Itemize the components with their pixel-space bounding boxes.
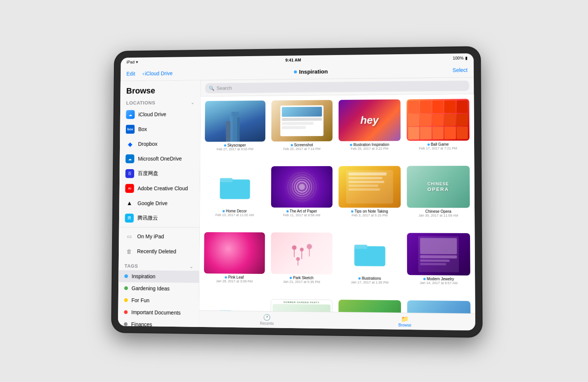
pinkleaf-date: Jan 28, 2017 at 3:09 PM [216, 279, 253, 283]
sidebar-item-gdrive[interactable]: ▲ Google Drive [119, 196, 200, 211]
file-illustrations[interactable]: Illustrations Jan 17, 2017 at 1:35 PM [338, 233, 401, 294]
important-dot [124, 310, 128, 314]
deleted-label: Recently Deleted [137, 248, 176, 254]
tag-gardening[interactable]: Gardening Ideas [118, 282, 199, 295]
file-whitstone[interactable]: Whitstone Farm Whitstone Farm [338, 299, 401, 313]
thumb-screenshot [271, 100, 333, 141]
ballgame-date: Feb 17, 2017 at 7:21 PM [419, 147, 457, 150]
file-pinkleaf[interactable]: Pink Leaf Jan 28, 2017 at 3:09 PM [204, 232, 265, 293]
ballgame-name: Ball Game [427, 142, 449, 147]
onedrive-label: Microsoft OneDrive [138, 156, 182, 162]
homedecor-date: Feb 13, 2017 at 11:02 AM [215, 213, 254, 217]
modernjewelry-dot [423, 278, 426, 280]
thumb-parksketch [271, 232, 333, 275]
file-chineseopera[interactable]: CHINESE OPERA Chinese Opera Jan 30, 2017… [407, 166, 470, 227]
sidebar-item-ipad[interactable]: ▭ On My iPad [119, 229, 199, 244]
thumb-tipsnotes [338, 166, 401, 208]
select-button[interactable]: Select [453, 67, 468, 73]
sidebar-item-adobe[interactable]: Ai Adobe Creative Cloud [119, 181, 200, 196]
thumb-skyscraper [205, 101, 265, 142]
file-modernjewelry[interactable]: Modern Jewelry Jan 14, 2017 at 9:57 AM [407, 233, 470, 295]
thumb-extra [407, 300, 470, 313]
baidu-label: 百度网盘 [138, 170, 158, 177]
pinkleaf-name: Pink Leaf [225, 275, 243, 279]
tencent-icon: 腾 [125, 214, 133, 223]
illustrations-name: Illustrations [358, 276, 381, 281]
inspiration-dot [124, 274, 128, 278]
finances-dot [124, 322, 128, 326]
search-input[interactable]: Search [217, 85, 232, 91]
tab-browse[interactable]: 📁 Browse [335, 315, 475, 328]
icloud-icon: ☁ [126, 110, 135, 119]
file-ballgame[interactable]: Ball Game Feb 17, 2017 at 7:21 PM [407, 99, 470, 160]
svg-point-12 [292, 245, 296, 250]
locations-chevron-icon[interactable]: ⌄ [191, 100, 194, 105]
back-button[interactable]: ‹ iCloud Drive [142, 70, 173, 76]
svg-rect-20 [354, 246, 385, 266]
skyscraper-date: Feb 27, 2017 at 9:03 PM [217, 147, 254, 151]
tag-inspiration[interactable]: Inspiration [118, 270, 199, 283]
screenshot-date: Feb 25, 2017 at 7:14 PM [283, 147, 320, 151]
dropbox-icon: ◆ [126, 139, 134, 148]
search-input-wrap[interactable]: 🔍 Search [205, 81, 469, 93]
tag-forfun[interactable]: For Fun [118, 294, 199, 307]
recents-icon: 🕐 [263, 314, 271, 321]
browse-title: Browse [120, 80, 200, 99]
main-content: Browse Locations ⌄ ☁ iCloud Drive box Bo… [118, 78, 475, 330]
box-label: Box [138, 126, 147, 132]
gardening-dot [124, 286, 128, 290]
file-parksketch[interactable]: Park Sketch Jan 21, 2017 at 5:35 PM [271, 232, 332, 293]
svg-point-16 [306, 244, 312, 249]
parksketch-date: Jan 21, 2017 at 5:35 PM [283, 280, 320, 284]
onedrive-icon: ☁ [126, 154, 134, 163]
file-extra[interactable] [407, 300, 471, 313]
illustration-dot [350, 144, 352, 146]
tipsnotes-dot [351, 210, 354, 212]
wifi-icon: ▾ [136, 60, 138, 64]
sidebar-item-baidu[interactable]: 百 百度网盘 [119, 166, 200, 181]
tags-label: Tags [124, 263, 138, 269]
tab-bar: 🕐 Recents 📁 Browse [199, 310, 475, 330]
tipsnotes-name: Tips on Note Taking [351, 209, 388, 213]
battery-icon: ▮ [465, 55, 467, 60]
file-artofpaper[interactable]: The Art of Paper Feb 11, 2017 at 9:58 AM [271, 166, 332, 227]
search-icon: 🔍 [209, 86, 214, 91]
battery-label: 100% [453, 56, 464, 60]
sidebar-item-deleted[interactable]: 🗑 Recently Deleted [119, 244, 199, 259]
right-panel: 🔍 Search Skyscraper [199, 78, 475, 330]
tipsnotes-date: Feb 3, 2017 at 5:15 PM [352, 213, 387, 217]
file-skyscraper[interactable]: Skyscraper Feb 27, 2017 at 9:03 PM [205, 101, 265, 160]
homedecor-dot [222, 210, 225, 212]
tag-finances[interactable]: Finances [118, 318, 199, 327]
tags-chevron-icon[interactable]: ⌄ [190, 264, 193, 269]
sidebar-item-icloud[interactable]: ☁ iCloud Drive [120, 107, 201, 122]
skyscraper-name: Skyscraper [224, 143, 246, 147]
thumb-chineseopera: CHINESE OPERA [407, 166, 470, 208]
tag-important[interactable]: Important Documents [118, 306, 199, 319]
browse-icon: 📁 [401, 315, 409, 323]
ipad-icon: ▭ [125, 232, 134, 241]
thumb-homedecor [204, 166, 265, 208]
file-homedecor[interactable]: Home Decor Feb 13, 2017 at 11:02 AM [204, 166, 265, 226]
locations-label: Locations [126, 100, 155, 105]
ipad-screen: iPad ▾ 9:41 AM 100% ▮ Edit ‹ iCloud Driv… [118, 53, 475, 331]
svg-point-18 [296, 257, 300, 261]
ipad-device: iPad ▾ 9:41 AM 100% ▮ Edit ‹ iCloud Driv… [111, 46, 482, 338]
gdrive-icon: ▲ [125, 199, 134, 208]
illustrations-date: Jan 17, 2017 at 1:35 PM [351, 280, 389, 284]
sidebar-divider [119, 227, 199, 228]
tab-recents[interactable]: 🕐 Recents [199, 313, 335, 327]
sidebar-item-onedrive[interactable]: ☁ Microsoft OneDrive [119, 151, 200, 166]
sidebar-item-tencent[interactable]: 腾 腾讯微云 [119, 211, 200, 226]
edit-button[interactable]: Edit [126, 70, 135, 76]
thumb-illustration: hey [338, 99, 401, 141]
file-screenshot[interactable]: Screenshot Feb 25, 2017 at 7:14 PM [271, 100, 333, 160]
file-illustration[interactable]: hey Illustration Inspiration Feb 25, 201… [338, 99, 401, 160]
forfun-dot [124, 298, 128, 302]
sidebar-item-dropbox[interactable]: ◆ Dropbox [120, 136, 200, 151]
thumb-whitstone: Whitstone Farm [338, 299, 401, 313]
chineseopera-date: Jan 30, 2017 at 11:59 AM [418, 214, 458, 217]
sidebar-item-box[interactable]: box Box [120, 121, 200, 136]
file-tipsnotes[interactable]: Tips on Note Taking Feb 3, 2017 at 5:15 … [338, 166, 401, 227]
svg-point-14 [300, 248, 303, 251]
